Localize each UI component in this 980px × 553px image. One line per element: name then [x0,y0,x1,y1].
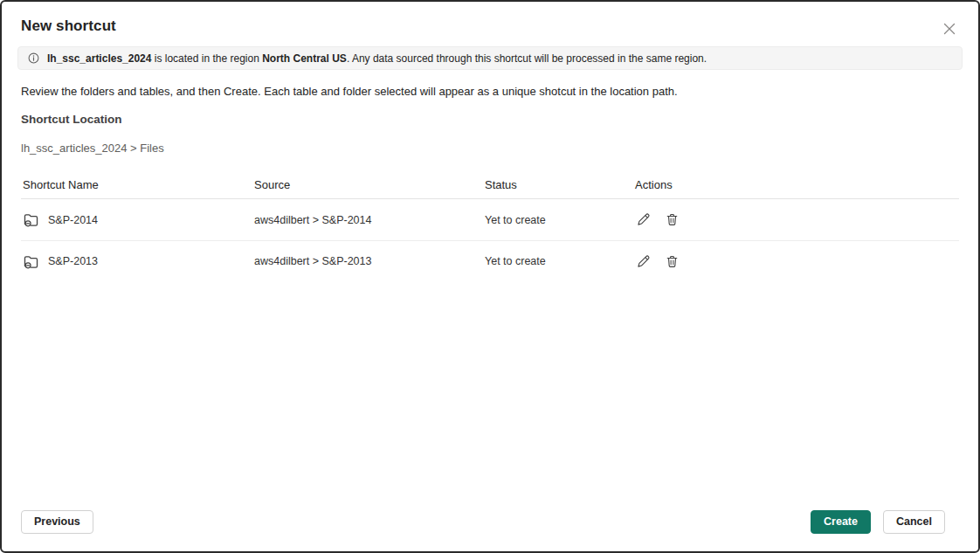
shortcut-name: S&P-2014 [48,214,98,226]
banner-lakehouse-name: lh_ssc_articles_2024 [47,52,151,65]
new-shortcut-dialog: New shortcut lh_ssc_articles_2024 is loc… [0,0,980,553]
delete-shortcut-button[interactable] [664,253,680,269]
create-button[interactable]: Create [811,510,871,534]
shortcuts-table: Shortcut Name Source Status Actions S&P-… [21,170,959,281]
trash-icon [665,254,680,269]
edit-shortcut-button[interactable] [635,212,651,228]
location-path: lh_ssc_articles_2024 > Files [21,142,959,155]
delete-shortcut-button[interactable] [664,212,680,228]
table-row: S&P-2014 aws4dilbert > S&P-2014 Yet to c… [21,199,959,240]
cancel-button[interactable]: Cancel [883,510,945,534]
shortcut-location-heading: Shortcut Location [21,113,959,126]
dialog-title: New shortcut [21,17,959,35]
edit-shortcut-button[interactable] [635,253,651,269]
info-icon [27,52,40,65]
table-row: S&P-2013 aws4dilbert > S&P-2013 Yet to c… [21,240,959,281]
table-header-row: Shortcut Name Source Status Actions [21,170,959,199]
column-header-source: Source [254,178,485,191]
dialog-footer: Previous Create Cancel [21,510,945,534]
shortcut-status: Yet to create [485,214,635,226]
shortcut-name: S&P-2013 [48,255,98,267]
banner-text: lh_ssc_articles_2024 is located in the r… [47,52,707,65]
banner-text-mid: is located in the region [151,52,262,65]
trash-icon [665,212,680,227]
pencil-icon [636,212,651,227]
folder-shortcut-icon [23,253,39,270]
pencil-icon [636,254,651,269]
column-header-status: Status [485,178,635,191]
shortcut-status: Yet to create [485,255,635,267]
close-icon [943,23,956,35]
shortcut-source: aws4dilbert > S&P-2013 [254,255,485,267]
banner-region-name: North Central US [262,52,347,65]
shortcut-source: aws4dilbert > S&P-2014 [254,214,485,226]
column-header-shortcut-name: Shortcut Name [21,178,254,191]
folder-shortcut-icon [23,211,39,228]
info-banner: lh_ssc_articles_2024 is located in the r… [17,46,963,70]
close-button[interactable] [940,19,959,38]
banner-text-end: . Any data sourced through this shortcut… [347,52,707,65]
column-header-actions: Actions [635,178,959,191]
review-instructions: Review the folders and tables, and then … [21,85,959,98]
previous-button[interactable]: Previous [21,510,93,534]
